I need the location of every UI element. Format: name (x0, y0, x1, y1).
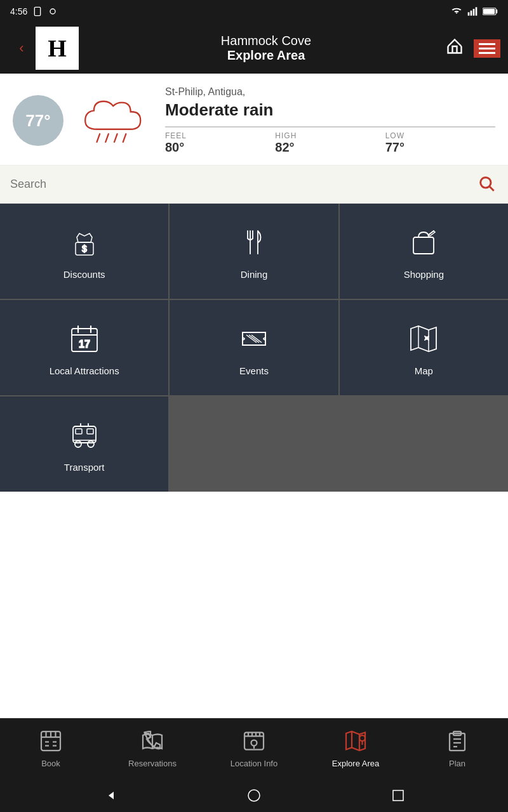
grid-item-dining[interactable]: Dining (170, 204, 338, 299)
svg-rect-22 (413, 237, 434, 254)
svg-point-37 (425, 337, 428, 339)
svg-point-14 (481, 178, 491, 188)
logo: H (36, 27, 79, 70)
plan-icon (446, 730, 469, 755)
svg-rect-40 (87, 429, 93, 434)
android-recent-button[interactable] (389, 787, 407, 804)
battery-icon (483, 7, 498, 16)
discount-icon: $ (65, 223, 104, 261)
local-attractions-label: Local Attractions (50, 365, 119, 376)
explore-area-icon (344, 730, 367, 755)
grid-menu: $ Discounts Dining (0, 204, 508, 492)
grid-item-local-attractions[interactable]: 17 Local Attractions (0, 300, 168, 395)
svg-line-30 (251, 335, 262, 343)
explore-area-label: Explore Area (332, 759, 379, 768)
bottom-nav-explore-area[interactable]: Explore Area (305, 719, 406, 779)
svg-rect-5 (473, 9, 475, 16)
svg-line-13 (123, 134, 126, 142)
weather-low: LOW 77° (385, 126, 495, 155)
svg-point-2 (50, 9, 55, 14)
svg-point-75 (248, 790, 260, 801)
weather-details: St-Philip, Antigua, Moderate rain FEEL 8… (165, 86, 495, 155)
map-icon (404, 320, 443, 358)
svg-rect-4 (471, 11, 472, 16)
android-nav (0, 779, 508, 812)
svg-rect-9 (483, 9, 495, 14)
book-icon (39, 730, 62, 755)
plan-label: Plan (449, 759, 465, 768)
discounts-label: Discounts (64, 269, 105, 280)
header-title-main: Hammock Cove (221, 34, 311, 48)
android-back-button[interactable] (101, 787, 119, 804)
svg-line-10 (97, 134, 100, 142)
map-label: Map (415, 365, 433, 376)
dining-icon (235, 223, 273, 261)
signal-icon (467, 6, 478, 16)
svg-marker-74 (109, 792, 114, 799)
svg-text:$: $ (82, 244, 87, 254)
svg-line-29 (249, 335, 259, 343)
android-home-button[interactable] (245, 787, 263, 804)
home-button[interactable] (446, 37, 464, 59)
svg-line-11 (105, 134, 109, 142)
grid-item-transport[interactable]: Transport (0, 396, 168, 492)
bottom-nav-reservations[interactable]: Reservations (102, 719, 203, 779)
reservations-label: Reservations (128, 759, 177, 768)
svg-line-12 (114, 134, 117, 142)
weather-temp: 77° (13, 95, 64, 146)
spacer (0, 492, 508, 718)
svg-rect-3 (468, 12, 470, 15)
bottom-nav-location-info[interactable]: Location Info (203, 719, 305, 779)
local-attractions-icon: 17 (65, 320, 104, 358)
events-label: Events (239, 365, 269, 376)
weather-stats: FEEL 80° HIGH 82° LOW 77° (165, 126, 495, 155)
svg-rect-0 (35, 7, 41, 15)
weather-location: St-Philip, Antigua, (165, 86, 495, 98)
grid-item-events[interactable]: Events (170, 300, 338, 395)
svg-text:17: 17 (79, 339, 90, 350)
svg-point-42 (88, 441, 94, 447)
reservations-icon (141, 730, 164, 755)
search-button[interactable] (475, 172, 498, 197)
status-icons (451, 6, 498, 16)
bottom-nav-book[interactable]: Book (0, 719, 102, 779)
bottom-nav: Book Reservations (0, 718, 508, 779)
wifi-icon (451, 7, 462, 16)
svg-rect-6 (476, 7, 478, 15)
weather-high: HIGH 82° (275, 126, 385, 155)
svg-rect-8 (496, 10, 497, 13)
status-time: 4:56 (10, 6, 27, 16)
location-info-icon (243, 730, 265, 755)
events-icon (235, 320, 273, 358)
status-bar: 4:56 (0, 0, 508, 23)
bottom-nav-plan[interactable]: Plan (406, 719, 508, 779)
header-title: Hammock Cove Explore Area (86, 34, 446, 63)
weather-condition: Moderate rain (165, 100, 495, 120)
dining-label: Dining (241, 269, 268, 280)
svg-point-41 (75, 441, 81, 447)
search-bar (0, 166, 508, 204)
grid-item-map[interactable]: Map (340, 300, 508, 395)
svg-line-15 (490, 187, 493, 190)
weather-feel: FEEL 80° (165, 126, 275, 155)
grid-item-discounts[interactable]: $ Discounts (0, 204, 168, 299)
svg-rect-76 (393, 790, 403, 801)
book-label: Book (41, 759, 60, 768)
weather-icon (76, 92, 152, 149)
svg-line-31 (246, 335, 257, 343)
svg-point-67 (359, 735, 365, 741)
grid-item-shopping[interactable]: Shopping (340, 204, 508, 299)
svg-point-62 (251, 740, 257, 746)
svg-rect-39 (76, 429, 82, 434)
weather-section: 77° St-Philip, Antigua, Moderate rain FE… (0, 74, 508, 166)
shopping-icon (404, 223, 443, 261)
header-icons (446, 37, 500, 59)
search-input[interactable] (10, 173, 475, 196)
header: ‹ H Hammock Cove Explore Area (0, 23, 508, 74)
transport-icon (65, 416, 104, 454)
back-button[interactable]: ‹ (8, 40, 36, 56)
circle-icon (48, 6, 58, 16)
menu-button[interactable] (474, 39, 500, 58)
shopping-label: Shopping (404, 269, 444, 280)
notification-icon (32, 6, 43, 16)
